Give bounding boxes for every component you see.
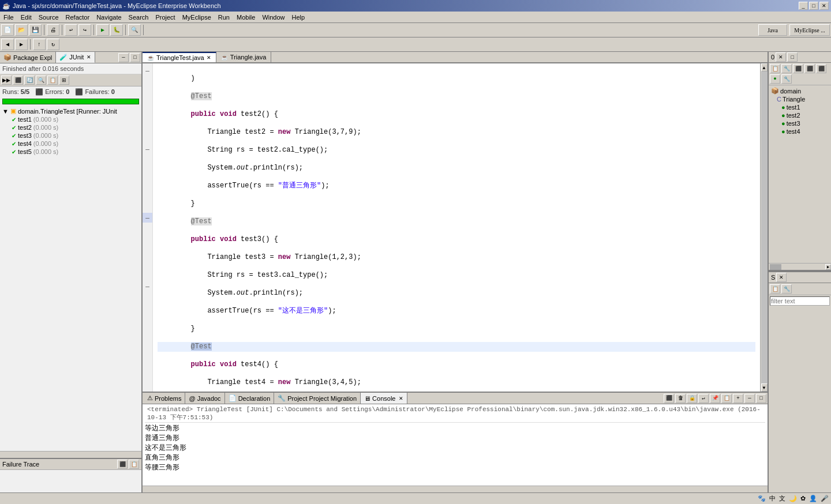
- outline-domain[interactable]: 📦 domain: [770, 86, 830, 95]
- console-clear-btn[interactable]: 🗑: [675, 394, 686, 403]
- junit-history[interactable]: 📋: [47, 76, 58, 85]
- scroll-up-btn[interactable]: ▲: [761, 63, 768, 72]
- editor-tab-close-1[interactable]: ✕: [207, 55, 211, 61]
- scroll-right-right[interactable]: ▶: [825, 264, 831, 270]
- scroll-down-btn[interactable]: ▼: [761, 383, 768, 392]
- failure-trace-btn1[interactable]: ⬛: [117, 460, 128, 469]
- tab-package-explorer[interactable]: 📦 Package Expl: [0, 52, 56, 63]
- back-button[interactable]: ◀: [1, 39, 14, 50]
- outline-method-test4[interactable]: ● test4: [770, 127, 830, 136]
- tab-javadoc[interactable]: @ Javadoc: [185, 393, 224, 404]
- menu-search[interactable]: Search: [125, 13, 152, 22]
- right-btn-7[interactable]: 🔧: [781, 74, 792, 84]
- right-btn-3[interactable]: ⬛: [793, 64, 803, 73]
- second-btn-1[interactable]: 📋: [770, 284, 780, 294]
- open-button[interactable]: 📂: [15, 24, 28, 36]
- outline-method-test2[interactable]: ● test2: [770, 111, 830, 119]
- menu-refactor[interactable]: Refactor: [62, 13, 93, 22]
- tab-declaration[interactable]: 📄 Declaration: [225, 393, 275, 404]
- right-maximize[interactable]: □: [787, 52, 798, 62]
- maximize-button[interactable]: □: [809, 2, 818, 10]
- right-btn-5[interactable]: ⬛: [816, 64, 826, 73]
- junit-test-3[interactable]: ✔ test3 (0.000 s): [1, 131, 140, 140]
- print-button[interactable]: 🖨: [47, 24, 59, 36]
- junit-test-4[interactable]: ✔ test4 (0.000 s): [1, 140, 140, 148]
- fold-4[interactable]: —: [143, 281, 152, 291]
- tab-project-migration[interactable]: 🔧 Project Project Migration: [274, 393, 361, 404]
- junit-tab-close[interactable]: ✕: [87, 54, 91, 60]
- code-vscrollbar[interactable]: ▲ ▼: [760, 63, 768, 392]
- menu-edit[interactable]: Edit: [17, 13, 35, 22]
- console-tab-close[interactable]: ✕: [399, 396, 403, 401]
- menu-myeclipse[interactable]: MyEclipse: [179, 13, 215, 22]
- scroll-track[interactable]: [761, 72, 768, 383]
- up-button[interactable]: ↑: [33, 39, 46, 50]
- console-copy[interactable]: 📋: [721, 394, 732, 403]
- console-minimize[interactable]: —: [744, 394, 755, 403]
- junit-test-2[interactable]: ✔ test2 (0.000 s): [1, 123, 140, 131]
- junit-rerun[interactable]: 🔄: [24, 76, 35, 85]
- maximize-left[interactable]: □: [130, 53, 140, 62]
- filter-text-input[interactable]: [770, 296, 830, 306]
- junit-run-all[interactable]: ▶▶: [1, 76, 12, 85]
- junit-layout[interactable]: ⊞: [59, 76, 69, 85]
- junit-test-1[interactable]: ✔ test1 (0.000 s): [1, 115, 140, 123]
- console-maximize[interactable]: □: [756, 394, 766, 403]
- undo-button[interactable]: ↩: [65, 24, 77, 36]
- refresh-button[interactable]: ↻: [47, 39, 59, 50]
- code-content[interactable]: ) @Test public void test2() { Triangle t…: [153, 63, 760, 392]
- perspective-myeclipse[interactable]: MyEclipse ...: [789, 24, 830, 36]
- right-btn-1[interactable]: 📋: [770, 64, 780, 73]
- junit-filter[interactable]: 🔍: [36, 76, 46, 85]
- tab-console[interactable]: 🖥 Console ✕: [361, 393, 407, 404]
- failure-trace-btn2[interactable]: 📋: [129, 460, 139, 469]
- menu-navigate[interactable]: Navigate: [93, 13, 125, 22]
- title-bar-controls[interactable]: _ □ ✕: [799, 2, 829, 10]
- outline-method-test1[interactable]: ● test1: [770, 103, 830, 111]
- junit-stop[interactable]: ⬛: [13, 76, 23, 85]
- forward-button[interactable]: ▶: [15, 39, 28, 50]
- menu-file[interactable]: File: [0, 13, 17, 22]
- right-btn-6[interactable]: ●: [770, 74, 780, 84]
- fold-2[interactable]: —: [143, 144, 152, 154]
- run-button[interactable]: ▶: [96, 24, 109, 36]
- second-panel-close[interactable]: ✕: [776, 273, 787, 282]
- menu-help[interactable]: Help: [289, 13, 309, 22]
- redo-button[interactable]: ↪: [78, 24, 91, 36]
- outline-method-test3[interactable]: ● test3: [770, 119, 830, 127]
- close-button[interactable]: ✕: [819, 2, 829, 10]
- minimize-button[interactable]: _: [799, 2, 808, 10]
- right-hscroll[interactable]: ▶: [769, 263, 831, 270]
- console-scroll-lock[interactable]: 🔒: [687, 394, 697, 403]
- menu-project[interactable]: Project: [152, 13, 178, 22]
- junit-suite-item[interactable]: ▼ ▣ domain.TriangleTest [Runner: JUnit: [1, 107, 140, 115]
- console-word-wrap[interactable]: ↵: [698, 394, 709, 403]
- console-stop-btn[interactable]: ⬛: [664, 394, 674, 403]
- console-pin[interactable]: 📌: [710, 394, 720, 403]
- fold-3[interactable]: —: [143, 213, 152, 223]
- console-hscroll[interactable]: [143, 486, 768, 492]
- right-btn-2[interactable]: 🔧: [781, 64, 792, 73]
- outline-triangle-class[interactable]: C Triangle: [770, 95, 830, 103]
- left-panel-hscroll[interactable]: [0, 451, 141, 458]
- new-button[interactable]: 📄: [1, 24, 14, 36]
- tab-junit[interactable]: 🧪 JUnit ✕: [56, 52, 95, 63]
- menu-window[interactable]: Window: [259, 13, 288, 22]
- minimize-left[interactable]: —: [118, 53, 129, 62]
- console-new[interactable]: +: [733, 394, 743, 403]
- right-btn-4[interactable]: ⬛: [804, 64, 815, 73]
- right-close[interactable]: ✕: [776, 52, 786, 62]
- menu-run[interactable]: Run: [215, 13, 233, 22]
- scroll-thumb-right[interactable]: [770, 264, 781, 270]
- debug-button[interactable]: 🐛: [110, 24, 123, 36]
- menu-source[interactable]: Source: [35, 13, 62, 22]
- perspective-java[interactable]: Java: [758, 24, 787, 36]
- search-button[interactable]: 🔍: [128, 24, 141, 36]
- save-button[interactable]: 💾: [29, 24, 42, 36]
- menu-mobile[interactable]: Mobile: [233, 13, 259, 22]
- second-btn-2[interactable]: 🔧: [781, 284, 792, 294]
- fold-1[interactable]: —: [143, 66, 152, 76]
- tab-triangle[interactable]: ☕ Triangle.java: [216, 52, 272, 62]
- tab-problems[interactable]: ⚠ Problems: [144, 393, 185, 404]
- tab-triangle-test[interactable]: ☕ TriangleTest.java ✕: [143, 52, 216, 62]
